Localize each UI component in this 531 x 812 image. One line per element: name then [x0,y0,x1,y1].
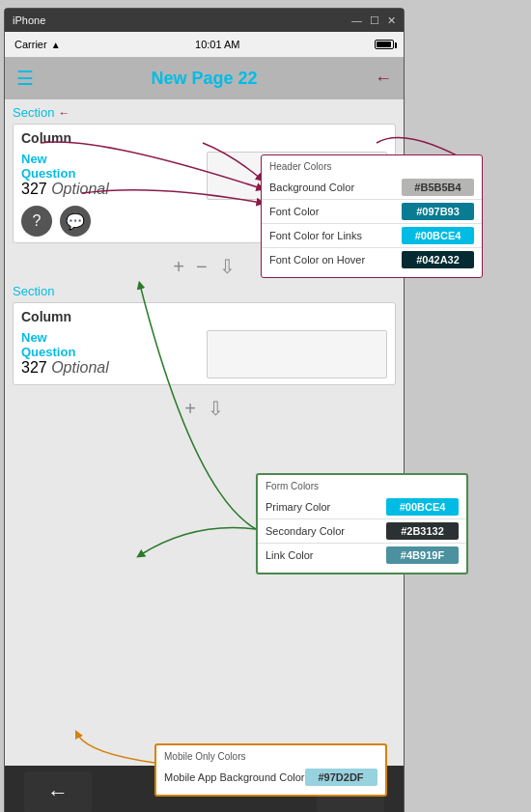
question-label-1: Question [21,166,201,181]
status-left: Carrier ▲ [14,39,61,50]
mobile-bg-chip[interactable]: #97D2DF [305,769,377,786]
question-text-2: New Question 327 Optional [21,330,201,377]
section-1-arrow-icon: ← [58,106,70,120]
header-hover-row: Font Color on Hover #042A32 [262,248,482,271]
phone-title: iPhone [13,14,45,26]
chat-icon[interactable]: 💬 [60,206,91,237]
form-primary-chip[interactable]: #00BCE4 [386,498,459,516]
form-secondary-chip[interactable]: #2B3132 [386,522,459,540]
mobile-colors-title: Mobile Only Colors [156,751,385,766]
header-colors-panel: Header Colors Background Color #B5B5B4 F… [261,154,483,278]
form-secondary-row: Secondary Color #2B3132 [258,519,466,544]
question-new-label-2: New [21,330,201,345]
header-link-row: Font Color for Links #00BCE4 [262,224,482,248]
column-1-title: Column [21,130,387,146]
question-number-1: 327 Optional [21,181,201,198]
phone-titlebar: iPhone — ☐ ✕ [5,9,404,32]
header-font-label: Font Color [269,206,319,217]
form-colors-panel: Form Colors Primary Color #00BCE4 Second… [256,473,468,574]
header-bg-chip[interactable]: #B5B5B4 [402,179,474,196]
form-primary-label: Primary Color [266,501,330,513]
move-button-1[interactable]: ⇩ [219,255,236,278]
phone-window: iPhone — ☐ ✕ Carrier ▲ 10:01 AM ☰ New Pa… [4,8,405,812]
column-block-2: Column New Question 327 Optional [13,302,396,385]
battery-fill [377,42,391,47]
question-new-label-1: New [21,152,201,166]
section-1-label: Section ← [13,105,396,120]
header-hover-label: Font Color on Hover [269,254,365,266]
header-colors-title: Header Colors [262,161,482,176]
add-button-1[interactable]: + [173,256,184,278]
form-colors-title: Form Colors [258,481,466,495]
close-button[interactable]: ✕ [387,14,396,27]
wifi-icon: ▲ [51,40,61,50]
form-secondary-label: Secondary Color [266,525,345,537]
question-area-2: New Question 327 Optional [21,330,387,378]
question-label-2: Question [21,345,201,359]
section-2-label: Section [13,284,396,298]
header-hover-chip[interactable]: #042A32 [402,251,474,268]
header-bg-label: Background Color [269,182,354,193]
question-num-text-1: 327 [21,181,47,197]
question-num-text-2: 327 [21,359,47,376]
maximize-button[interactable]: ☐ [370,14,379,27]
header-right-arrow-icon: ← [375,69,392,89]
header-font-row: Font Color #097B93 [262,200,482,224]
mobile-bg-row: Mobile App Background Color #97D2DF [156,766,385,789]
battery-icon [375,40,394,49]
question-optional-1: Optional [51,181,109,197]
hamburger-icon[interactable]: ☰ [16,69,34,88]
help-icon[interactable]: ? [21,206,52,237]
time-display: 10:01 AM [195,39,239,50]
form-link-chip[interactable]: #4B919F [386,546,459,564]
mobile-bg-label: Mobile App Background Color [164,771,305,783]
question-input-2 [207,330,388,378]
form-link-row: Link Color #4B919F [258,544,466,567]
question-text-1: New Question 327 Optional [21,152,201,198]
header-bg-row: Background Color #B5B5B4 [262,176,482,200]
form-primary-row: Primary Color #00BCE4 [258,495,466,519]
move-button-2[interactable]: ⇩ [208,397,224,420]
remove-button-1[interactable]: − [196,256,208,278]
back-nav-button[interactable]: ← [24,771,92,812]
minimize-button[interactable]: — [351,14,362,26]
question-number-2: 327 Optional [21,359,201,377]
status-right [375,40,394,49]
section-2-text: Section [13,284,54,298]
column-2-title: Column [21,309,387,324]
mobile-colors-panel: Mobile Only Colors Mobile App Background… [154,743,387,797]
form-link-label: Link Color [266,549,314,561]
header-link-chip[interactable]: #00BCE4 [402,227,474,244]
header-link-label: Font Color for Links [269,230,362,241]
carrier-label: Carrier [14,39,47,50]
toolbar-row-2: + ⇩ [13,391,396,426]
section-1-text: Section [13,105,54,120]
app-header: ☰ New Page 22 ← [5,57,404,99]
add-button-2[interactable]: + [184,398,196,420]
status-bar: Carrier ▲ 10:01 AM [5,32,404,57]
page-title: New Page 22 [34,69,375,89]
window-controls: — ☐ ✕ [351,14,396,27]
question-optional-2: Optional [51,359,109,376]
header-font-chip[interactable]: #097B93 [402,203,474,220]
